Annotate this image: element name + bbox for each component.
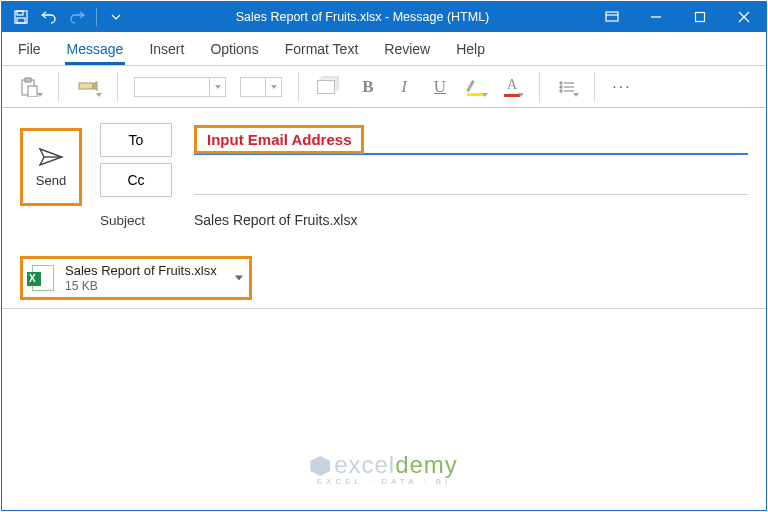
to-button[interactable]: To [100,123,172,157]
maximize-icon[interactable] [678,2,722,32]
redo-icon[interactable] [64,2,90,32]
tab-file[interactable]: File [16,35,43,65]
qat-dropdown-icon[interactable] [103,2,129,32]
attachment-name: Sales Report of Fruits.xlsx [65,263,217,279]
attachment-area: Sales Report of Fruits.xlsx 15 KB [2,248,766,309]
svg-rect-9 [25,78,31,82]
to-field[interactable]: Input Email Address [194,125,748,155]
font-name-box[interactable] [130,72,230,102]
ribbon: B I U A ··· [2,66,766,108]
save-icon[interactable] [8,2,34,32]
title-bar: Sales Report of Fruits.xlsx - Message (H… [2,2,766,32]
subject-label: Subject [100,213,172,228]
excel-file-icon [29,264,57,292]
ribbon-display-icon[interactable] [590,2,634,32]
cube-icon [310,456,330,476]
cc-field[interactable] [194,165,748,195]
tab-format-text[interactable]: Format Text [283,35,361,65]
close-icon[interactable] [722,2,766,32]
bullets-button[interactable] [552,72,582,102]
chevron-down-icon[interactable] [235,275,243,280]
tab-message[interactable]: Message [65,35,126,65]
attachment-size: 15 KB [65,279,217,293]
italic-button[interactable]: I [389,72,419,102]
quick-access-toolbar [2,2,135,32]
underline-button[interactable]: U [425,72,455,102]
svg-point-12 [560,82,562,84]
themes-button[interactable] [311,72,347,102]
svg-rect-2 [17,18,25,23]
format-painter-button[interactable] [71,72,105,102]
window-title: Sales Report of Fruits.xlsx - Message (H… [135,10,590,24]
watermark: exceldemy EXCEL · DATA · BI [310,451,458,486]
tab-review[interactable]: Review [382,35,432,65]
send-label: Send [36,173,66,188]
font-color-button[interactable]: A [497,72,527,102]
send-button[interactable]: Send [20,128,82,206]
attachment-item[interactable]: Sales Report of Fruits.xlsx 15 KB [20,256,252,300]
svg-point-16 [560,90,562,92]
svg-rect-3 [606,12,618,21]
svg-rect-11 [79,83,93,89]
compose-area: Send To Input Email Address Cc Subject S… [2,108,766,248]
send-icon [38,147,64,167]
ribbon-tabs: File Message Insert Options Format Text … [2,32,766,66]
undo-icon[interactable] [36,2,62,32]
to-callout: Input Email Address [194,125,364,154]
subject-field[interactable]: Sales Report of Fruits.xlsx [194,205,748,235]
svg-point-14 [560,86,562,88]
minimize-icon[interactable] [634,2,678,32]
highlight-button[interactable] [461,72,491,102]
tab-options[interactable]: Options [208,35,260,65]
paste-button[interactable] [12,72,46,102]
svg-rect-1 [17,11,23,15]
tab-help[interactable]: Help [454,35,487,65]
cc-button[interactable]: Cc [100,163,172,197]
font-size-box[interactable] [236,72,286,102]
svg-rect-5 [696,13,705,22]
more-commands-button[interactable]: ··· [607,72,637,102]
tab-insert[interactable]: Insert [147,35,186,65]
bold-button[interactable]: B [353,72,383,102]
svg-rect-10 [28,86,37,97]
